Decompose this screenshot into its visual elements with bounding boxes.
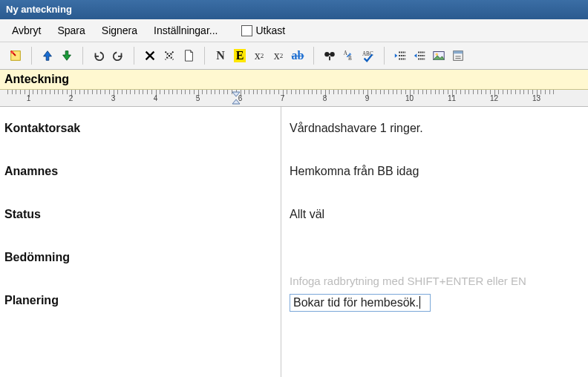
indent-button[interactable] bbox=[410, 46, 429, 65]
indent-marker-icon[interactable] bbox=[232, 91, 241, 105]
field-text: Hemkomna från BB idag bbox=[290, 165, 419, 177]
field-label: Kontaktorsak bbox=[0, 107, 281, 150]
new-note-button[interactable] bbox=[6, 46, 25, 65]
field-value[interactable] bbox=[281, 236, 588, 266]
ruler-number: 1 bbox=[27, 94, 31, 102]
move-up-button[interactable] bbox=[38, 46, 57, 65]
svg-point-10 bbox=[436, 53, 439, 56]
menu-save[interactable]: Spara bbox=[50, 22, 92, 39]
redo-button[interactable] bbox=[108, 46, 128, 65]
ruler-number: 8 bbox=[323, 94, 327, 102]
svg-rect-5 bbox=[328, 53, 331, 55]
emphasis-style-button[interactable]: E bbox=[230, 46, 249, 65]
undo-button[interactable] bbox=[89, 46, 108, 65]
field-value[interactable]: Hemkomna från BB idag bbox=[281, 150, 588, 193]
ruler-number: 2 bbox=[69, 94, 74, 102]
checkbox-box-icon bbox=[241, 25, 252, 36]
delete-button[interactable] bbox=[140, 46, 160, 65]
section-heading: Anteckning bbox=[0, 70, 588, 90]
ruler-number: 3 bbox=[111, 94, 116, 102]
field-text: Vårdnadshavare 1 ringer. bbox=[290, 122, 423, 134]
move-down-button[interactable] bbox=[57, 46, 76, 65]
new-page-button[interactable] bbox=[179, 46, 198, 65]
insert-image-button[interactable] bbox=[429, 46, 448, 65]
window-title: Ny anteckning bbox=[6, 4, 72, 15]
outdent-button[interactable] bbox=[391, 46, 410, 65]
field-text: Allt väl bbox=[290, 208, 324, 220]
field-value[interactable]: Allt väl bbox=[281, 193, 588, 236]
field-value[interactable]: Vårdnadshavare 1 ringer. bbox=[281, 107, 588, 150]
find-replace-button[interactable]: AB bbox=[339, 46, 359, 65]
note-body: KontaktorsakVårdnadshavare 1 ringer.Anam… bbox=[0, 107, 588, 377]
field-row: KontaktorsakVårdnadshavare 1 ringer. bbox=[0, 107, 588, 150]
field-row: Bedömning bbox=[0, 236, 588, 279]
find-button[interactable] bbox=[320, 46, 339, 65]
section-heading-text: Anteckning bbox=[4, 73, 69, 85]
field-row: PlaneringInfoga radbrytning med SHIFT+EN… bbox=[0, 279, 588, 327]
svg-text:B: B bbox=[348, 56, 352, 62]
menubar: Avbryt Spara Signera Inställningar... Ut… bbox=[0, 19, 588, 42]
field-label: Bedömning bbox=[0, 236, 281, 279]
field-label: Planering bbox=[0, 279, 281, 322]
spellcheck-button[interactable]: ABC bbox=[359, 46, 378, 65]
misc-button[interactable] bbox=[448, 46, 468, 65]
clear-format-button[interactable] bbox=[160, 46, 179, 65]
svg-rect-12 bbox=[454, 51, 463, 54]
ruler-number: 9 bbox=[365, 94, 370, 102]
field-label: Status bbox=[0, 193, 281, 236]
ruler-number: 13 bbox=[532, 94, 540, 102]
insert-hint: Infoga radbrytning med SHIFT+ENTER eller… bbox=[290, 275, 526, 287]
editing-input[interactable]: Bokar tid för hembesök. bbox=[290, 294, 431, 312]
subscript-button[interactable]: x2 bbox=[269, 46, 288, 65]
ruler-number: 4 bbox=[154, 94, 158, 102]
field-label: Anamnes bbox=[0, 150, 281, 193]
svg-point-1 bbox=[11, 51, 14, 54]
window-titlebar: Ny anteckning bbox=[0, 0, 588, 19]
svg-text:A: A bbox=[344, 50, 348, 56]
ruler-number: 11 bbox=[448, 94, 456, 102]
draft-label: Utkast bbox=[255, 24, 285, 36]
strikethrough-button[interactable]: ab bbox=[288, 46, 307, 65]
menu-cancel[interactable]: Avbryt bbox=[4, 22, 48, 39]
menu-sign[interactable]: Signera bbox=[94, 22, 145, 39]
draft-checkbox[interactable]: Utkast bbox=[241, 24, 285, 36]
toolbar: N E x2 x2 ab AB ABC bbox=[0, 42, 588, 70]
ruler-number: 5 bbox=[196, 94, 200, 102]
ruler-number: 12 bbox=[490, 94, 498, 102]
ruler-number: 7 bbox=[281, 94, 285, 102]
field-value[interactable]: Infoga radbrytning med SHIFT+ENTER eller… bbox=[281, 279, 588, 327]
field-row: AnamnesHemkomna från BB idag bbox=[0, 150, 588, 193]
superscript-button[interactable]: x2 bbox=[249, 46, 269, 65]
ruler-number: 10 bbox=[405, 94, 414, 102]
field-row: StatusAllt väl bbox=[0, 193, 588, 236]
ruler[interactable]: 12345678910111213 bbox=[0, 90, 588, 107]
menu-settings[interactable]: Inställningar... bbox=[146, 22, 225, 39]
normal-style-button[interactable]: N bbox=[211, 46, 230, 65]
